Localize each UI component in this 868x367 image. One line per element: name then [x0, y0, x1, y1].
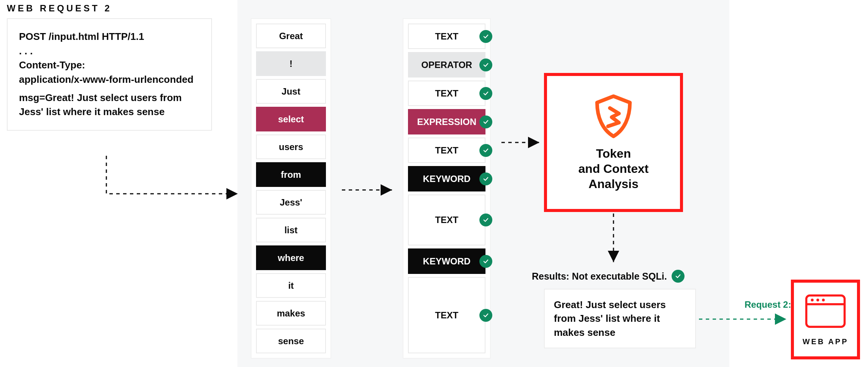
- token-text: list: [256, 218, 326, 242]
- token-cell: select: [256, 107, 326, 131]
- check-icon: [479, 309, 492, 322]
- class-cell: OPERATOR: [408, 52, 485, 78]
- check-icon: [479, 30, 492, 43]
- token-text: where: [256, 245, 326, 270]
- request-body: msg=Great! Just select users from Jess' …: [19, 91, 200, 119]
- check-icon: [479, 87, 492, 100]
- class-text: KEYWORD: [408, 166, 485, 191]
- token-text: select: [256, 107, 326, 131]
- token-cell: list: [256, 218, 326, 242]
- request-line: POST /input.html HTTP/1.1: [19, 30, 200, 44]
- class-text: EXPRESSION: [408, 109, 485, 134]
- diagram-root: WEB REQUEST 2 POST /input.html HTTP/1.1 …: [0, 0, 868, 367]
- output-message-card: Great! Just select users from Jess' list…: [544, 289, 696, 348]
- output-message-text: Great! Just select users from Jess' list…: [554, 299, 666, 338]
- check-icon: [479, 172, 492, 185]
- token-text: makes: [256, 301, 326, 326]
- class-cell: TEXT: [408, 195, 485, 245]
- token-text: Great: [256, 24, 326, 48]
- class-text: TEXT: [408, 277, 485, 353]
- diagram-title: WEB REQUEST 2: [7, 3, 112, 14]
- result-text: Results: Not executable SQLi.: [532, 271, 667, 282]
- class-cell: EXPRESSION: [408, 109, 485, 134]
- token-text: Jess': [256, 190, 326, 215]
- class-text: OPERATOR: [408, 52, 485, 78]
- class-cell: TEXT: [408, 277, 485, 353]
- check-icon: [479, 144, 492, 157]
- token-cell: Just: [256, 79, 326, 104]
- token-text: it: [256, 273, 326, 298]
- http-request-card: POST /input.html HTTP/1.1 . . . Content-…: [7, 18, 212, 131]
- token-cell: users: [256, 134, 326, 159]
- token-cell: where: [256, 245, 326, 270]
- result-line: Results: Not executable SQLi.: [532, 270, 685, 283]
- class-text: TEXT: [408, 138, 485, 163]
- check-icon: [479, 255, 492, 268]
- shield-icon: [591, 93, 636, 139]
- webapp-label: WEB APP: [803, 337, 849, 346]
- svg-point-2: [811, 299, 814, 301]
- token-text: users: [256, 134, 326, 159]
- classification-column: TEXTOPERATORTEXTEXPRESSIONTEXTKEYWORDTEX…: [403, 18, 491, 359]
- analysis-title-l3: Analysis: [588, 177, 639, 191]
- svg-point-3: [816, 299, 819, 301]
- token-cell: sense: [256, 329, 326, 353]
- token-cell: it: [256, 273, 326, 298]
- check-icon: [672, 270, 685, 283]
- token-cell: Great: [256, 24, 326, 48]
- check-icon: [479, 115, 492, 128]
- tokens-column: Great!JustselectusersfromJess'listwherei…: [251, 18, 331, 359]
- class-text: TEXT: [408, 195, 485, 245]
- analysis-box: Token and Context Analysis: [544, 73, 683, 212]
- token-cell: Jess': [256, 190, 326, 215]
- analysis-title-l1: Token: [596, 147, 631, 160]
- class-text: TEXT: [408, 81, 485, 106]
- token-cell: !: [256, 51, 326, 76]
- token-text: Just: [256, 79, 326, 104]
- check-icon: [479, 214, 492, 226]
- request-ellipsis: . . .: [19, 44, 200, 59]
- request-content-type-value: application/x-www-form-urlenconded: [19, 73, 200, 87]
- class-text: KEYWORD: [408, 248, 485, 274]
- browser-window-icon: [805, 293, 846, 329]
- class-text: TEXT: [408, 24, 485, 49]
- check-icon: [479, 59, 492, 71]
- analysis-title: Token and Context Analysis: [579, 146, 649, 191]
- token-cell: makes: [256, 301, 326, 326]
- request-content-type-label: Content-Type:: [19, 58, 200, 73]
- class-cell: TEXT: [408, 24, 485, 49]
- class-cell: KEYWORD: [408, 166, 485, 191]
- class-cell: TEXT: [408, 138, 485, 163]
- svg-point-4: [822, 299, 825, 301]
- token-cell: from: [256, 162, 326, 187]
- token-text: sense: [256, 329, 326, 353]
- class-cell: TEXT: [408, 81, 485, 106]
- token-text: from: [256, 162, 326, 187]
- token-text: !: [256, 51, 326, 76]
- analysis-title-l2: and Context: [579, 162, 649, 176]
- class-cell: KEYWORD: [408, 248, 485, 274]
- webapp-box: WEB APP: [791, 280, 860, 359]
